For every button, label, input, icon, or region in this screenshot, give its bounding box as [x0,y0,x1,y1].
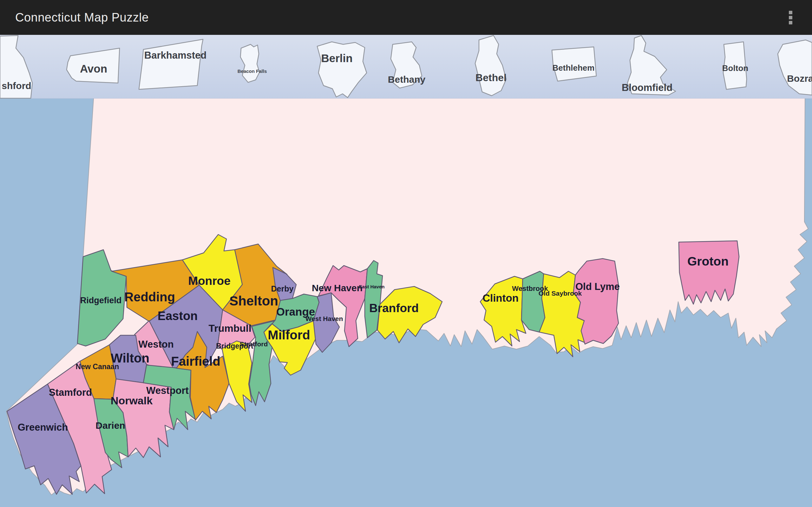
app-title: Connecticut Map Puzzle [0,11,149,24]
app-bar: Connecticut Map Puzzle [0,0,812,35]
app-screen: RidgefieldReddingMonroeEastonSheltonDerb… [0,0,812,507]
tray-piece-label-bethany: Bethany [388,74,426,84]
tray-piece-label-berlin: Berlin [321,52,352,64]
tray-piece-barkhamsted[interactable] [139,39,203,89]
tray-piece-label-barkhamsted: Barkhamsted [144,50,206,61]
kebab-menu-icon [789,11,792,14]
tray-piece-bethel[interactable] [475,36,506,96]
tray-piece-label-bolton: Bolton [722,63,748,73]
tray-piece-label-beaconfalls: Beacon Falls [238,68,267,74]
kebab-menu-icon [789,21,792,24]
kebab-menu-icon [789,16,792,19]
tray-piece-label-bozrah: Bozrah [787,73,812,83]
tray-piece-berlin[interactable] [317,42,367,98]
tray-piece-label-bethlehem: Bethlehem [553,63,595,72]
overflow-menu-button[interactable] [781,0,800,35]
tray-piece-label-bloomfield: Bloomfield [622,82,672,93]
tray-piece-label-avon: Avon [80,62,107,75]
tray-piece-label-ashford: shford [2,80,31,91]
tray-piece-beaconfalls[interactable] [241,44,259,82]
tray-piece-bozrah[interactable] [778,40,812,95]
piece-tray-pieces: shfordAvonBarkhamstedBeacon FallsBerlinB… [0,0,812,507]
tray-piece-label-bethel: Bethel [475,72,507,83]
